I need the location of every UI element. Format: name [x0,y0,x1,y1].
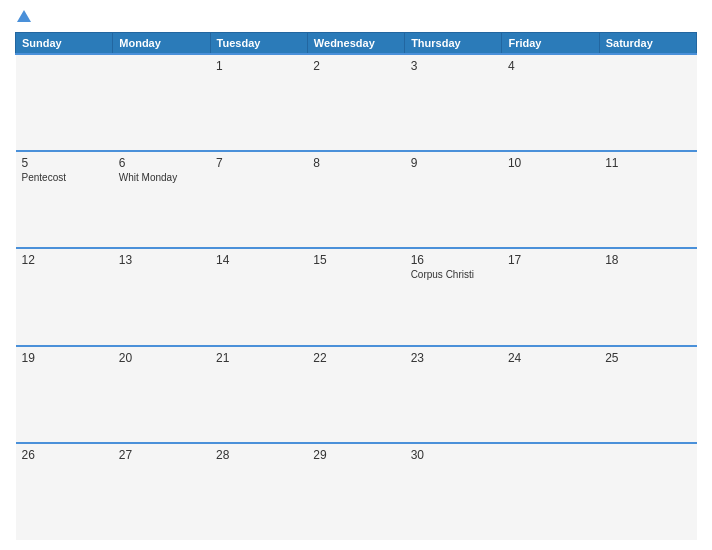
day-number: 19 [22,351,107,365]
calendar-week-row: 1234 [16,54,697,151]
day-number: 4 [508,59,593,73]
day-number: 7 [216,156,301,170]
day-number: 18 [605,253,690,267]
calendar-cell: 13 [113,248,210,345]
weekday-header: Tuesday [210,33,307,55]
day-number: 3 [411,59,496,73]
day-number: 14 [216,253,301,267]
calendar-cell: 11 [599,151,696,248]
logo-text [15,10,31,24]
day-number: 24 [508,351,593,365]
calendar-cell: 19 [16,346,113,443]
calendar-cell: 15 [307,248,404,345]
weekday-header: Sunday [16,33,113,55]
day-number: 30 [411,448,496,462]
weekday-header: Wednesday [307,33,404,55]
day-number: 5 [22,156,107,170]
day-number: 9 [411,156,496,170]
calendar-cell: 23 [405,346,502,443]
calendar-cell: 26 [16,443,113,540]
calendar-cell: 21 [210,346,307,443]
day-number: 8 [313,156,398,170]
day-number: 29 [313,448,398,462]
day-number: 28 [216,448,301,462]
day-number: 12 [22,253,107,267]
day-number: 6 [119,156,204,170]
calendar-cell: 30 [405,443,502,540]
calendar-cell: 4 [502,54,599,151]
day-number: 16 [411,253,496,267]
logo-triangle-icon [17,10,31,22]
day-number: 23 [411,351,496,365]
calendar-cell: 27 [113,443,210,540]
calendar-week-row: 2627282930 [16,443,697,540]
calendar-week-row: 1213141516Corpus Christi1718 [16,248,697,345]
calendar-cell [599,54,696,151]
calendar-cell [113,54,210,151]
calendar-cell: 18 [599,248,696,345]
calendar-cell [16,54,113,151]
day-number: 1 [216,59,301,73]
header [15,10,697,24]
calendar-page: SundayMondayTuesdayWednesdayThursdayFrid… [0,0,712,550]
calendar-cell: 10 [502,151,599,248]
calendar-cell: 1 [210,54,307,151]
holiday-label: Whit Monday [119,172,204,183]
calendar-cell: 5Pentecost [16,151,113,248]
day-number: 15 [313,253,398,267]
holiday-label: Corpus Christi [411,269,496,280]
calendar-table: SundayMondayTuesdayWednesdayThursdayFrid… [15,32,697,540]
calendar-cell: 12 [16,248,113,345]
calendar-cell: 28 [210,443,307,540]
day-number: 17 [508,253,593,267]
day-number: 21 [216,351,301,365]
calendar-cell: 29 [307,443,404,540]
calendar-week-row: 19202122232425 [16,346,697,443]
day-number: 2 [313,59,398,73]
calendar-cell: 20 [113,346,210,443]
day-number: 20 [119,351,204,365]
weekday-header: Friday [502,33,599,55]
calendar-cell: 25 [599,346,696,443]
calendar-cell: 9 [405,151,502,248]
calendar-cell: 14 [210,248,307,345]
calendar-cell: 8 [307,151,404,248]
day-number: 25 [605,351,690,365]
weekday-header: Thursday [405,33,502,55]
calendar-cell: 6Whit Monday [113,151,210,248]
calendar-cell: 17 [502,248,599,345]
logo [15,10,31,24]
day-number: 26 [22,448,107,462]
day-number: 13 [119,253,204,267]
day-number: 27 [119,448,204,462]
calendar-cell: 2 [307,54,404,151]
calendar-cell: 7 [210,151,307,248]
calendar-cell [502,443,599,540]
calendar-cell: 16Corpus Christi [405,248,502,345]
calendar-cell: 3 [405,54,502,151]
weekday-header-row: SundayMondayTuesdayWednesdayThursdayFrid… [16,33,697,55]
calendar-cell: 24 [502,346,599,443]
calendar-cell: 22 [307,346,404,443]
day-number: 11 [605,156,690,170]
weekday-header: Saturday [599,33,696,55]
calendar-week-row: 5Pentecost6Whit Monday7891011 [16,151,697,248]
day-number: 10 [508,156,593,170]
holiday-label: Pentecost [22,172,107,183]
weekday-header: Monday [113,33,210,55]
calendar-cell [599,443,696,540]
day-number: 22 [313,351,398,365]
